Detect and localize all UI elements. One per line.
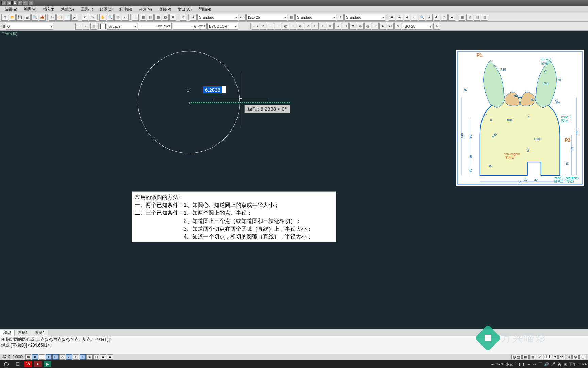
menu-view[interactable]: 视图(V) — [21, 6, 40, 13]
layer-prev-icon[interactable]: ⤺ — [83, 23, 89, 30]
scale-text-icon[interactable]: A↕ — [434, 14, 440, 21]
color-swatch[interactable] — [100, 24, 106, 29]
match-icon[interactable]: 🖌 — [71, 14, 78, 21]
qat-new-icon[interactable]: □ — [1, 1, 6, 5]
text-icon[interactable]: A — [426, 14, 433, 21]
mleader-style-combo[interactable]: Standard — [344, 14, 385, 21]
tool-palette-icon[interactable]: ▤ — [147, 14, 154, 21]
dyn-toggle-icon[interactable]: + — [80, 354, 86, 360]
qp-toggle-icon[interactable]: ▣ — [100, 354, 106, 360]
tab-layout1[interactable]: 布局1 — [15, 330, 31, 336]
tray-mic-icon[interactable]: 🎤 — [551, 362, 556, 366]
mtext-a-icon[interactable]: A — [389, 14, 395, 21]
zoom-win-icon[interactable]: ⊡ — [114, 14, 121, 21]
center-mark-icon[interactable]: ⊙ — [357, 23, 364, 30]
table-edit-icon[interactable]: ▤ — [474, 14, 480, 21]
new-icon[interactable]: □ — [1, 14, 8, 21]
pan-icon[interactable]: ✋ — [99, 14, 106, 21]
snap-toggle-icon[interactable]: ▦ — [25, 354, 31, 360]
undo-icon[interactable]: ↶ — [82, 14, 88, 21]
qat-undo-icon[interactable]: ↶ — [18, 1, 22, 5]
otrack-toggle-icon[interactable]: ∠ — [66, 354, 72, 360]
design-center-icon[interactable]: ▦ — [140, 14, 146, 21]
table-icon[interactable]: ▦ — [459, 14, 466, 21]
tpy-toggle-icon[interactable]: ▢ — [93, 354, 99, 360]
wps-icon[interactable]: W — [24, 361, 32, 367]
linetype-combo[interactable]: ByLayer — [173, 23, 207, 30]
layer-combo[interactable]: 0 — [6, 23, 53, 30]
dynamic-input-box[interactable]: 6.2838 — [203, 86, 226, 94]
weather-icon[interactable]: ☁ — [490, 362, 494, 366]
table-export-icon[interactable]: ▥ — [481, 14, 488, 21]
inspect-icon[interactable]: ◎ — [364, 23, 371, 30]
view-style-label[interactable]: 二维线框] — [1, 31, 17, 36]
tray-volume-icon[interactable]: 🔊 — [544, 362, 549, 366]
qat-save-icon[interactable]: 💾 — [12, 1, 17, 5]
grid-toggle-icon[interactable]: ▦ — [32, 354, 38, 360]
isolate-icon[interactable]: ◎ — [572, 355, 579, 359]
dim-update-icon[interactable]: ↻ — [394, 23, 401, 30]
ime-indicator[interactable]: 英 — [558, 362, 561, 367]
spell-icon[interactable]: ✓ — [411, 14, 418, 21]
qat-redo-icon[interactable]: ↷ — [23, 1, 28, 5]
table-ins-icon[interactable]: ⊞ — [466, 14, 473, 21]
dim-diameter-icon[interactable]: ⊘ — [297, 23, 304, 30]
field-icon[interactable]: A̲ — [404, 14, 410, 21]
ortho-toggle-icon[interactable]: ⊥ — [39, 354, 45, 360]
dim-linear-icon[interactable]: ⟷ — [252, 23, 259, 30]
qat-dropdown-icon[interactable]: ▾ — [29, 1, 33, 5]
text-style-icon[interactable]: A — [190, 14, 197, 21]
lwt-toggle-icon[interactable]: ≡ — [86, 354, 93, 360]
recorder-icon[interactable]: ▶ — [44, 361, 51, 367]
text-style-combo[interactable]: Standard — [197, 14, 238, 21]
dim-aligned-icon[interactable]: ⤢ — [260, 23, 266, 30]
command-input[interactable] — [1, 349, 587, 354]
dim-continue-icon[interactable]: ⊪ — [327, 23, 334, 30]
sheet-set-icon[interactable]: ▥ — [154, 14, 161, 21]
dim-style-combo[interactable]: ISO-25 — [246, 14, 287, 21]
tray-network-icon[interactable]: 🗔 — [538, 362, 542, 366]
menu-dim[interactable]: 标注(N) — [116, 6, 135, 13]
dim-style-icon[interactable]: ⟵ — [239, 14, 246, 21]
coordinates-readout[interactable]: .3742, 0.0000 — [0, 355, 25, 359]
workspace-icon[interactable]: ⚙ — [558, 355, 565, 359]
paste-icon[interactable]: 📄 — [64, 14, 71, 21]
menu-tools[interactable]: 工具(T) — [78, 6, 97, 13]
dynamic-input-value[interactable]: 6.2838 — [203, 86, 222, 93]
plot-style-combo[interactable]: BYCOLOR — [207, 23, 238, 30]
menu-format[interactable]: 格式(O) — [58, 6, 78, 13]
calc-icon[interactable]: 🖩 — [169, 14, 176, 21]
polar-toggle-icon[interactable]: ✛ — [46, 354, 52, 360]
menu-draw[interactable]: 绘图(D) — [97, 6, 116, 13]
menu-help[interactable]: 帮助(H) — [195, 6, 214, 13]
color-combo[interactable]: ByLayer — [107, 23, 137, 30]
dim-break-icon[interactable]: ⊣ — [342, 23, 349, 30]
dim-ordinate-icon[interactable]: ⊥ — [275, 23, 281, 30]
tray-security-icon[interactable]: 🛡 — [533, 362, 536, 366]
dim-edit-icon[interactable]: A — [379, 23, 386, 30]
zoom-icon[interactable]: 🔍 — [107, 14, 114, 21]
osnap3d-toggle-icon[interactable]: ◇ — [59, 354, 65, 360]
dim-style-combo-2[interactable]: ISO-25 — [402, 23, 432, 30]
drawing-area[interactable]: 二维线框] ✕ 6.2838 极轴: 6.2838 < 0° non tange… — [0, 31, 588, 336]
tolerance-icon[interactable]: ⊕ — [349, 23, 356, 30]
props-icon[interactable]: ☰ — [132, 14, 139, 21]
ducs-toggle-icon[interactable]: L — [73, 354, 79, 360]
dim-baseline-icon[interactable]: ⊩ — [320, 23, 326, 30]
tray-onedrive-icon[interactable]: ☁ — [527, 362, 530, 366]
tray-chevron-icon[interactable]: ˆ — [515, 362, 517, 366]
menu-param[interactable]: 参数(P) — [156, 6, 175, 13]
convert-icon[interactable]: ⇄ — [448, 14, 455, 21]
copy-icon[interactable]: 📋 — [56, 14, 63, 21]
anno-vis-icon[interactable]: ▾ — [553, 355, 558, 359]
dim-space-icon[interactable]: ⇥ — [334, 23, 341, 30]
dim-tedit-icon[interactable]: A↕ — [387, 23, 394, 30]
menu-insert[interactable]: 插入(I) — [40, 6, 58, 13]
clock-time[interactable]: 下午 — [569, 362, 576, 367]
tray-app1-icon[interactable]: ▮ — [519, 362, 521, 366]
anno-scale-value[interactable]: 1:1 — [544, 355, 552, 359]
anno-scale-icon[interactable]: ⚖ — [537, 355, 543, 359]
taskview-icon[interactable]: ❏ — [13, 361, 22, 367]
hardware-accel-icon[interactable]: ⊕ — [566, 355, 572, 359]
model-space-button[interactable]: 模型 — [511, 355, 522, 359]
